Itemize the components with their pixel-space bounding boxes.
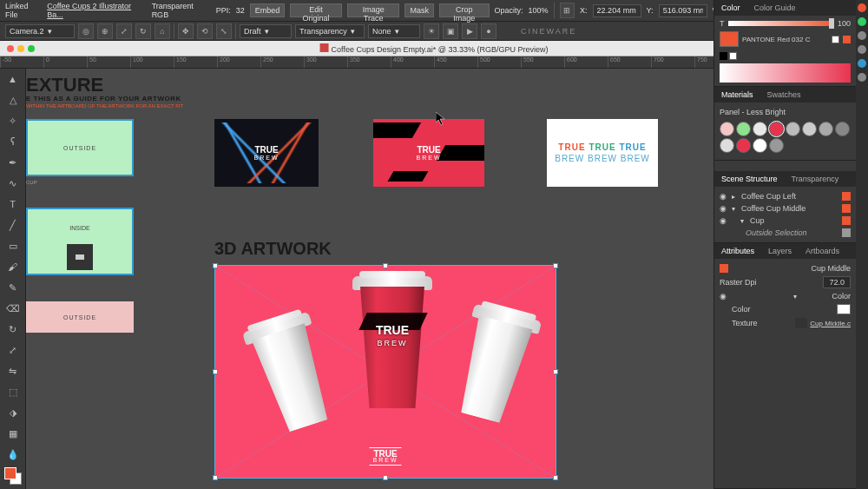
selection-tool-icon[interactable]: ▲ <box>3 69 23 89</box>
resize-handle-tl[interactable] <box>213 263 218 268</box>
3d-artwork-selection[interactable]: TRUEBREW TRUEBREW <box>214 265 556 479</box>
view-icon-4[interactable]: ↻ <box>135 23 151 39</box>
rectangle-tool-icon[interactable]: ▭ <box>3 236 23 255</box>
resize-handle-bl[interactable] <box>213 475 218 480</box>
design-preview-2[interactable]: TRUEBREW <box>373 119 484 187</box>
disclosure-icon[interactable] <box>793 292 799 301</box>
row-color-badge[interactable] <box>842 228 851 237</box>
view-icon-1[interactable]: ◎ <box>78 23 94 39</box>
texture-file-link[interactable]: Cup Middle.c <box>810 320 851 327</box>
tab-attributes[interactable]: Attributes <box>714 245 761 257</box>
design-preview-3[interactable]: TRUE TRUE TRUE BREW BREW BREW <box>547 119 658 187</box>
material-swatch[interactable] <box>819 122 833 136</box>
scale-tool-icon[interactable]: ⤢ <box>3 340 23 360</box>
registration-icon[interactable] <box>832 36 839 43</box>
sphere-icon[interactable]: ● <box>481 23 496 39</box>
gradient-tool-icon[interactable]: ▦ <box>3 424 23 443</box>
material-swatch[interactable] <box>720 122 734 136</box>
none-dropdown[interactable]: None▾ <box>368 24 420 38</box>
spot-color-icon[interactable] <box>843 36 851 43</box>
pen-tool-icon[interactable]: ✒ <box>3 153 23 172</box>
outside-texture-artboard-2[interactable]: OUTSIDE <box>26 301 134 333</box>
dock-button-icon[interactable] <box>858 59 866 68</box>
cup-middle[interactable]: TRUEBREW <box>354 287 431 408</box>
rotate-icon[interactable]: ⟲ <box>197 23 213 39</box>
y-input[interactable] <box>659 4 707 17</box>
texture-thumb-icon[interactable] <box>795 318 807 328</box>
move-icon[interactable]: ✥ <box>178 23 194 39</box>
tab-swatches[interactable]: Swatches <box>760 89 808 101</box>
slider-knob-icon[interactable] <box>829 18 834 29</box>
resize-handle-tm[interactable] <box>383 263 388 268</box>
tint-slider[interactable] <box>728 21 834 26</box>
paintbrush-tool-icon[interactable]: 🖌 <box>3 257 23 276</box>
row-color-badge[interactable] <box>842 192 851 201</box>
dock-button-icon[interactable] <box>858 17 866 26</box>
cube-icon[interactable]: ▣ <box>443 23 458 39</box>
tab-artboards[interactable]: Artboards <box>799 245 846 257</box>
rotate-tool-icon[interactable]: ↻ <box>3 320 23 339</box>
material-swatch[interactable] <box>736 122 751 136</box>
current-color-swatch[interactable] <box>720 31 739 47</box>
scene-row[interactable]: Outside Selection <box>720 227 851 239</box>
disclosure-icon[interactable] <box>732 192 738 201</box>
disclosure-icon[interactable] <box>732 204 738 213</box>
material-swatch[interactable] <box>835 122 850 136</box>
image-trace-button[interactable]: Image Trace <box>347 3 400 17</box>
line-tool-icon[interactable]: ╱ <box>3 215 23 235</box>
window-close-icon[interactable] <box>7 45 14 52</box>
scene-row[interactable]: ◉Coffee Cup Middle <box>720 202 851 215</box>
linked-file-name[interactable]: Coffee Cups 2 Illustrator Ba... <box>47 2 146 19</box>
resize-handle-tr[interactable] <box>553 263 558 268</box>
tab-scene-structure[interactable]: Scene Structure <box>714 173 785 185</box>
render-icon[interactable]: ▶ <box>462 23 477 39</box>
dock-button-icon[interactable] <box>858 3 866 12</box>
fill-color-icon[interactable] <box>4 467 16 479</box>
magic-wand-tool-icon[interactable]: ✧ <box>3 111 23 130</box>
eyedropper-tool-icon[interactable]: 💧 <box>3 445 23 464</box>
scene-row[interactable]: ◉Cup <box>720 215 851 227</box>
view-icon-5[interactable]: ⌂ <box>155 23 170 39</box>
tint-value[interactable]: 100 <box>838 19 851 28</box>
material-swatch-selected[interactable] <box>769 122 784 136</box>
visibility-icon[interactable]: ◉ <box>720 192 728 201</box>
material-swatch[interactable] <box>753 138 767 153</box>
resize-handle-br[interactable] <box>553 475 558 480</box>
scene-row[interactable]: ◉Coffee Cup Left <box>720 190 851 202</box>
edit-original-button[interactable]: Edit Original <box>290 3 342 17</box>
opacity-value[interactable]: 100% <box>529 6 549 15</box>
tab-materials[interactable]: Materials <box>714 89 760 101</box>
window-zoom-icon[interactable] <box>28 45 35 52</box>
resize-handle-bm[interactable] <box>383 475 388 480</box>
disclosure-icon[interactable] <box>732 216 746 225</box>
embed-button[interactable]: Embed <box>250 3 286 17</box>
tab-color[interactable]: Color <box>714 2 747 14</box>
outside-texture-artboard[interactable]: OUTSIDE <box>26 119 134 176</box>
dock-button-icon[interactable] <box>858 45 866 54</box>
material-swatch[interactable] <box>786 122 800 136</box>
material-swatch[interactable] <box>802 122 817 136</box>
free-transform-tool-icon[interactable]: ⬚ <box>3 382 23 401</box>
scale-icon[interactable]: ⤡ <box>216 23 232 39</box>
canvas-area[interactable]: EXTURE E THIS AS A GUIDE FOR YOUR ARTWOR… <box>26 69 713 489</box>
white-swatch-icon[interactable] <box>729 52 737 60</box>
raster-dpi-value[interactable]: 72.0 <box>823 276 851 288</box>
tab-color-guide[interactable]: Color Guide <box>747 2 803 14</box>
row-color-badge[interactable] <box>842 204 851 213</box>
eraser-tool-icon[interactable]: ⌫ <box>3 299 23 318</box>
mask-button[interactable]: Mask <box>404 3 434 17</box>
window-minimize-icon[interactable] <box>17 45 24 52</box>
camera-dropdown[interactable]: Camera.2▾ <box>5 24 75 38</box>
x-input[interactable] <box>593 4 641 17</box>
render-dropdown[interactable]: Draft▾ <box>240 24 292 38</box>
visibility-icon[interactable]: ◉ <box>720 204 728 213</box>
view-icon-2[interactable]: ⊕ <box>97 23 113 39</box>
color-value-swatch[interactable] <box>837 304 851 314</box>
registration-icon[interactable]: ⊞ <box>560 3 575 18</box>
color-spectrum[interactable] <box>720 63 851 83</box>
inside-texture-artboard[interactable]: INSIDE <box>26 208 134 275</box>
material-swatch[interactable] <box>736 138 751 153</box>
direct-selection-tool-icon[interactable]: △ <box>3 90 23 109</box>
visibility-icon[interactable]: ◉ <box>720 216 728 225</box>
material-swatch[interactable] <box>769 138 784 153</box>
